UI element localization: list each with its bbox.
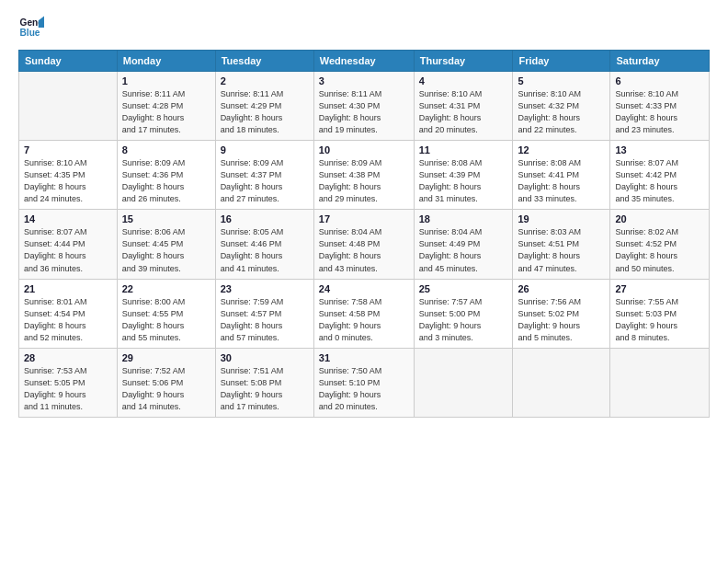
col-header-saturday: Saturday xyxy=(610,51,710,72)
calendar-cell: 8Sunrise: 8:09 AM Sunset: 4:36 PM Daylig… xyxy=(117,141,215,210)
calendar-cell: 13Sunrise: 8:07 AM Sunset: 4:42 PM Dayli… xyxy=(610,141,710,210)
day-number: 12 xyxy=(518,144,605,155)
calendar-week-2: 7Sunrise: 8:10 AM Sunset: 4:35 PM Daylig… xyxy=(19,141,710,210)
col-header-friday: Friday xyxy=(513,51,610,72)
day-number: 27 xyxy=(615,283,704,294)
day-number: 21 xyxy=(24,283,112,294)
day-info: Sunrise: 8:10 AM Sunset: 4:35 PM Dayligh… xyxy=(24,157,112,205)
day-number: 8 xyxy=(122,144,210,155)
day-number: 9 xyxy=(221,144,309,155)
calendar-cell: 15Sunrise: 8:06 AM Sunset: 4:45 PM Dayli… xyxy=(117,210,215,279)
day-number: 30 xyxy=(221,352,309,363)
day-info: Sunrise: 7:58 AM Sunset: 4:58 PM Dayligh… xyxy=(319,296,409,344)
day-number: 13 xyxy=(615,144,704,155)
day-number: 19 xyxy=(518,213,605,224)
day-info: Sunrise: 8:11 AM Sunset: 4:28 PM Dayligh… xyxy=(122,88,210,136)
day-info: Sunrise: 8:06 AM Sunset: 4:45 PM Dayligh… xyxy=(122,226,210,274)
day-info: Sunrise: 7:59 AM Sunset: 4:57 PM Dayligh… xyxy=(221,296,309,344)
day-number: 14 xyxy=(24,213,112,224)
calendar-cell xyxy=(414,348,513,417)
day-number: 1 xyxy=(122,75,210,86)
calendar-week-3: 14Sunrise: 8:07 AM Sunset: 4:44 PM Dayli… xyxy=(19,210,710,279)
day-number: 18 xyxy=(419,213,508,224)
day-info: Sunrise: 8:00 AM Sunset: 4:55 PM Dayligh… xyxy=(122,296,210,344)
calendar-cell: 19Sunrise: 8:03 AM Sunset: 4:51 PM Dayli… xyxy=(513,210,610,279)
col-header-sunday: Sunday xyxy=(19,51,118,72)
day-info: Sunrise: 8:10 AM Sunset: 4:33 PM Dayligh… xyxy=(615,88,704,136)
day-number: 17 xyxy=(319,213,409,224)
day-info: Sunrise: 8:11 AM Sunset: 4:30 PM Dayligh… xyxy=(319,88,409,136)
svg-text:Blue: Blue xyxy=(20,28,40,38)
day-number: 4 xyxy=(419,75,508,86)
day-number: 3 xyxy=(319,75,409,86)
day-number: 20 xyxy=(615,213,704,224)
day-number: 23 xyxy=(221,283,309,294)
day-info: Sunrise: 8:09 AM Sunset: 4:37 PM Dayligh… xyxy=(221,157,309,205)
calendar-week-5: 28Sunrise: 7:53 AM Sunset: 5:05 PM Dayli… xyxy=(19,348,710,417)
day-info: Sunrise: 8:07 AM Sunset: 4:42 PM Dayligh… xyxy=(615,157,704,205)
day-number: 6 xyxy=(615,75,704,86)
day-info: Sunrise: 8:04 AM Sunset: 4:48 PM Dayligh… xyxy=(319,226,409,274)
calendar-cell: 27Sunrise: 7:55 AM Sunset: 5:03 PM Dayli… xyxy=(610,279,710,348)
calendar-cell: 18Sunrise: 8:04 AM Sunset: 4:49 PM Dayli… xyxy=(414,210,513,279)
day-info: Sunrise: 8:01 AM Sunset: 4:54 PM Dayligh… xyxy=(24,296,112,344)
calendar-cell: 12Sunrise: 8:08 AM Sunset: 4:41 PM Dayli… xyxy=(513,141,610,210)
calendar-cell: 29Sunrise: 7:52 AM Sunset: 5:06 PM Dayli… xyxy=(117,348,215,417)
day-number: 28 xyxy=(24,352,112,363)
logo: General Blue xyxy=(18,15,48,40)
calendar-week-4: 21Sunrise: 8:01 AM Sunset: 4:54 PM Dayli… xyxy=(19,279,710,348)
calendar-cell xyxy=(513,348,610,417)
calendar-cell: 16Sunrise: 8:05 AM Sunset: 4:46 PM Dayli… xyxy=(215,210,313,279)
day-number: 25 xyxy=(419,283,508,294)
calendar-cell: 7Sunrise: 8:10 AM Sunset: 4:35 PM Daylig… xyxy=(19,141,118,210)
calendar-cell: 20Sunrise: 8:02 AM Sunset: 4:52 PM Dayli… xyxy=(610,210,710,279)
calendar-week-1: 1Sunrise: 8:11 AM Sunset: 4:28 PM Daylig… xyxy=(19,72,710,141)
calendar-cell: 14Sunrise: 8:07 AM Sunset: 4:44 PM Dayli… xyxy=(19,210,118,279)
calendar-table: SundayMondayTuesdayWednesdayThursdayFrid… xyxy=(18,50,710,418)
day-info: Sunrise: 8:03 AM Sunset: 4:51 PM Dayligh… xyxy=(518,226,605,274)
day-info: Sunrise: 7:51 AM Sunset: 5:08 PM Dayligh… xyxy=(221,365,309,413)
day-info: Sunrise: 7:52 AM Sunset: 5:06 PM Dayligh… xyxy=(122,365,210,413)
calendar-cell xyxy=(19,72,118,141)
day-info: Sunrise: 8:08 AM Sunset: 4:41 PM Dayligh… xyxy=(518,157,605,205)
day-number: 31 xyxy=(319,352,409,363)
calendar-cell: 31Sunrise: 7:50 AM Sunset: 5:10 PM Dayli… xyxy=(313,348,414,417)
day-info: Sunrise: 8:09 AM Sunset: 4:36 PM Dayligh… xyxy=(122,157,210,205)
calendar-cell: 24Sunrise: 7:58 AM Sunset: 4:58 PM Dayli… xyxy=(313,279,414,348)
day-info: Sunrise: 8:11 AM Sunset: 4:29 PM Dayligh… xyxy=(221,88,309,136)
page-header: General Blue xyxy=(18,15,710,40)
day-info: Sunrise: 7:53 AM Sunset: 5:05 PM Dayligh… xyxy=(24,365,112,413)
day-info: Sunrise: 8:10 AM Sunset: 4:31 PM Dayligh… xyxy=(419,88,508,136)
calendar-cell: 5Sunrise: 8:10 AM Sunset: 4:32 PM Daylig… xyxy=(513,72,610,141)
day-number: 2 xyxy=(221,75,309,86)
day-info: Sunrise: 8:07 AM Sunset: 4:44 PM Dayligh… xyxy=(24,226,112,274)
col-header-tuesday: Tuesday xyxy=(215,51,313,72)
day-number: 11 xyxy=(419,144,508,155)
calendar-cell: 23Sunrise: 7:59 AM Sunset: 4:57 PM Dayli… xyxy=(215,279,313,348)
calendar-cell: 6Sunrise: 8:10 AM Sunset: 4:33 PM Daylig… xyxy=(610,72,710,141)
calendar-cell: 26Sunrise: 7:56 AM Sunset: 5:02 PM Dayli… xyxy=(513,279,610,348)
day-info: Sunrise: 7:57 AM Sunset: 5:00 PM Dayligh… xyxy=(419,296,508,344)
day-number: 7 xyxy=(24,144,112,155)
calendar-cell: 30Sunrise: 7:51 AM Sunset: 5:08 PM Dayli… xyxy=(215,348,313,417)
calendar-cell: 2Sunrise: 8:11 AM Sunset: 4:29 PM Daylig… xyxy=(215,72,313,141)
calendar-cell xyxy=(610,348,710,417)
day-info: Sunrise: 7:50 AM Sunset: 5:10 PM Dayligh… xyxy=(319,365,409,413)
day-number: 24 xyxy=(319,283,409,294)
calendar-cell: 25Sunrise: 7:57 AM Sunset: 5:00 PM Dayli… xyxy=(414,279,513,348)
col-header-wednesday: Wednesday xyxy=(313,51,414,72)
day-info: Sunrise: 8:10 AM Sunset: 4:32 PM Dayligh… xyxy=(518,88,605,136)
calendar-cell: 4Sunrise: 8:10 AM Sunset: 4:31 PM Daylig… xyxy=(414,72,513,141)
day-number: 15 xyxy=(122,213,210,224)
day-number: 5 xyxy=(518,75,605,86)
day-number: 10 xyxy=(319,144,409,155)
day-info: Sunrise: 8:05 AM Sunset: 4:46 PM Dayligh… xyxy=(221,226,309,274)
calendar-cell: 28Sunrise: 7:53 AM Sunset: 5:05 PM Dayli… xyxy=(19,348,118,417)
calendar-cell: 1Sunrise: 8:11 AM Sunset: 4:28 PM Daylig… xyxy=(117,72,215,141)
calendar-cell: 10Sunrise: 8:09 AM Sunset: 4:38 PM Dayli… xyxy=(313,141,414,210)
calendar-cell: 11Sunrise: 8:08 AM Sunset: 4:39 PM Dayli… xyxy=(414,141,513,210)
day-info: Sunrise: 8:08 AM Sunset: 4:39 PM Dayligh… xyxy=(419,157,508,205)
calendar-cell: 9Sunrise: 8:09 AM Sunset: 4:37 PM Daylig… xyxy=(215,141,313,210)
day-number: 29 xyxy=(122,352,210,363)
day-number: 16 xyxy=(221,213,309,224)
